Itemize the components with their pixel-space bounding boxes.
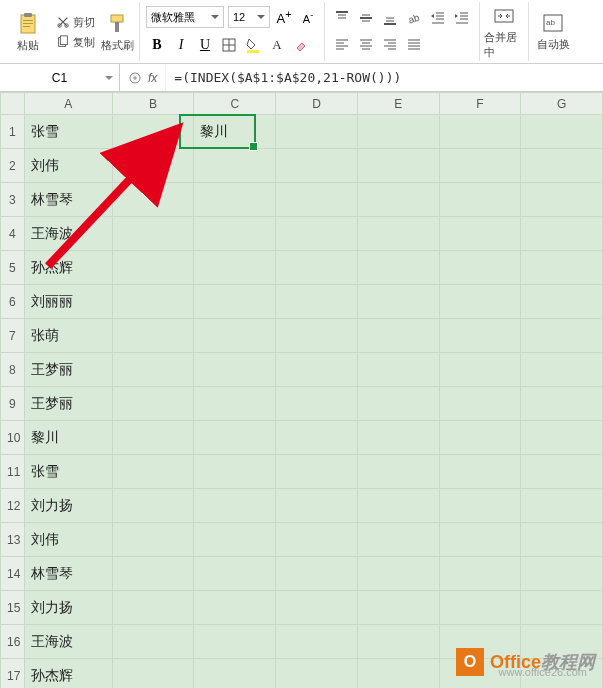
cell[interactable]: [439, 455, 521, 489]
cell[interactable]: [357, 217, 439, 251]
cell[interactable]: [276, 523, 358, 557]
cell[interactable]: [357, 285, 439, 319]
cell[interactable]: [276, 183, 358, 217]
expand-icon[interactable]: [128, 71, 142, 85]
cell[interactable]: [439, 115, 521, 149]
cell[interactable]: [357, 353, 439, 387]
cell[interactable]: [357, 387, 439, 421]
cell[interactable]: [276, 421, 358, 455]
cell[interactable]: [112, 353, 194, 387]
col-header-F[interactable]: F: [439, 93, 521, 115]
row-header[interactable]: 5: [1, 251, 25, 285]
cell[interactable]: [439, 523, 521, 557]
cell[interactable]: [194, 387, 276, 421]
cell[interactable]: [521, 285, 603, 319]
cell[interactable]: 黎川: [194, 115, 276, 149]
cell[interactable]: [194, 353, 276, 387]
cell[interactable]: [357, 523, 439, 557]
row-header[interactable]: 10: [1, 421, 25, 455]
cell[interactable]: [112, 557, 194, 591]
cell[interactable]: 张雪: [24, 455, 112, 489]
cell[interactable]: [357, 149, 439, 183]
row-header[interactable]: 17: [1, 659, 25, 689]
row-header[interactable]: 13: [1, 523, 25, 557]
cell[interactable]: [357, 319, 439, 353]
cell[interactable]: [276, 455, 358, 489]
cell[interactable]: [439, 387, 521, 421]
cell[interactable]: [194, 557, 276, 591]
cell[interactable]: [194, 591, 276, 625]
cell[interactable]: [357, 115, 439, 149]
cell[interactable]: 张萌: [24, 319, 112, 353]
cell[interactable]: [276, 319, 358, 353]
cell[interactable]: [112, 489, 194, 523]
cell[interactable]: [521, 421, 603, 455]
fx-button[interactable]: fx: [148, 71, 157, 85]
cell[interactable]: [521, 557, 603, 591]
cell[interactable]: [276, 285, 358, 319]
align-top-button[interactable]: [331, 7, 353, 29]
cell[interactable]: [112, 285, 194, 319]
cell[interactable]: [276, 353, 358, 387]
cell[interactable]: [194, 523, 276, 557]
cell[interactable]: [194, 625, 276, 659]
justify-button[interactable]: [403, 34, 425, 56]
cell[interactable]: [521, 149, 603, 183]
align-left-button[interactable]: [331, 34, 353, 56]
orientation-button[interactable]: ab: [403, 7, 425, 29]
cell[interactable]: [521, 353, 603, 387]
cell[interactable]: 黎川: [24, 421, 112, 455]
row-header[interactable]: 6: [1, 285, 25, 319]
cell[interactable]: [439, 319, 521, 353]
cell[interactable]: [357, 659, 439, 689]
cell[interactable]: [112, 115, 194, 149]
cell[interactable]: [521, 591, 603, 625]
cell[interactable]: [112, 455, 194, 489]
cell[interactable]: [276, 149, 358, 183]
cell[interactable]: [439, 149, 521, 183]
cell[interactable]: [112, 319, 194, 353]
border-button[interactable]: [218, 34, 240, 56]
cell[interactable]: [194, 251, 276, 285]
cell[interactable]: 孙杰辉: [24, 659, 112, 689]
row-header[interactable]: 9: [1, 387, 25, 421]
cell[interactable]: [112, 149, 194, 183]
cell[interactable]: 张雪: [24, 115, 112, 149]
cell[interactable]: [194, 421, 276, 455]
cell[interactable]: [521, 319, 603, 353]
cell[interactable]: 刘力扬: [24, 489, 112, 523]
cell[interactable]: [276, 387, 358, 421]
autowrap-button[interactable]: ab 自动换: [533, 4, 573, 59]
row-header[interactable]: 1: [1, 115, 25, 149]
cell[interactable]: [521, 217, 603, 251]
formula-input[interactable]: =(INDEX($A$1:$A$20,21-ROW())): [166, 64, 603, 91]
cut-button[interactable]: 剪切: [52, 13, 99, 31]
cell[interactable]: [276, 625, 358, 659]
cell[interactable]: [439, 251, 521, 285]
align-center-button[interactable]: [355, 34, 377, 56]
row-header[interactable]: 7: [1, 319, 25, 353]
format-painter-button[interactable]: 格式刷: [99, 4, 135, 60]
cell[interactable]: [521, 387, 603, 421]
cell[interactable]: [276, 659, 358, 689]
cell[interactable]: [439, 489, 521, 523]
col-header-D[interactable]: D: [276, 93, 358, 115]
cell[interactable]: [276, 217, 358, 251]
name-box[interactable]: C1: [0, 64, 120, 91]
cell[interactable]: [276, 251, 358, 285]
cell[interactable]: [439, 591, 521, 625]
cell[interactable]: 刘伟: [24, 523, 112, 557]
cell[interactable]: 孙杰辉: [24, 251, 112, 285]
cell[interactable]: [521, 523, 603, 557]
cell[interactable]: [276, 489, 358, 523]
cell[interactable]: [112, 183, 194, 217]
cell[interactable]: [194, 285, 276, 319]
underline-button[interactable]: U: [194, 34, 216, 56]
cell[interactable]: [521, 489, 603, 523]
select-all-corner[interactable]: [1, 93, 25, 115]
cell[interactable]: [112, 523, 194, 557]
cell[interactable]: 刘丽丽: [24, 285, 112, 319]
row-header[interactable]: 11: [1, 455, 25, 489]
row-header[interactable]: 14: [1, 557, 25, 591]
col-header-A[interactable]: A: [24, 93, 112, 115]
